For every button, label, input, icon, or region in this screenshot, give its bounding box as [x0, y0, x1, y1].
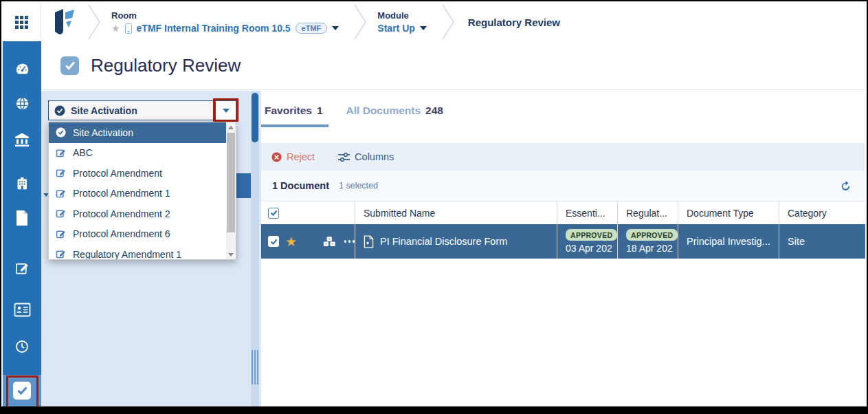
reject-button[interactable]: Reject — [271, 151, 315, 162]
document-tabs: Favorites 1 All Documents 248 — [265, 105, 443, 117]
placement-select[interactable]: Site Activation — [48, 100, 236, 120]
app-window: Room ★ eTMF Internal Training Room 10.5 … — [0, 0, 868, 414]
tab-favorites-label: Favorites — [265, 105, 312, 117]
tab-favorites[interactable]: Favorites 1 — [265, 105, 323, 117]
room-type-badge: eTMF — [296, 23, 328, 34]
more-options-button[interactable] — [344, 240, 355, 243]
facility-icon — [14, 175, 30, 191]
left-nav-sidebar — [3, 41, 41, 411]
option-label: Protocol Amendment — [73, 168, 162, 179]
edit-icon — [56, 148, 66, 158]
column-header[interactable]: Submitted Name — [355, 201, 557, 224]
breadcrumb-current-page: Regulatory Review — [456, 3, 572, 41]
id-card-icon — [14, 303, 31, 317]
module-name-link[interactable]: Start Up — [377, 23, 414, 34]
edit-icon — [56, 208, 66, 219]
check-circle-icon — [54, 105, 65, 116]
status-badge: APPROVED — [566, 229, 617, 241]
apps-grid-icon — [15, 16, 28, 29]
edit-icon — [56, 168, 66, 178]
submitted-name-cell[interactable]: PI Financial Disclosure Form — [355, 224, 557, 259]
room-label: Room — [111, 10, 339, 21]
dropdown-scrollbar[interactable] — [226, 122, 236, 259]
sidebar-item-global[interactable] — [3, 91, 41, 115]
breadcrumb-room: Room ★ eTMF Internal Training Room 10.5 … — [102, 3, 348, 41]
dropdown-option[interactable]: ABC — [49, 143, 236, 164]
option-label: Protocol Amendment 1 — [73, 188, 170, 199]
selected-count: 1 selected — [339, 181, 378, 190]
brand-logo[interactable] — [41, 3, 87, 41]
window-border — [1, 406, 867, 413]
sidebar-item-dashboard[interactable] — [3, 57, 41, 80]
institution-icon — [14, 132, 30, 147]
sidebar-item-facility[interactable] — [3, 171, 41, 195]
dropdown-option[interactable]: Protocol Amendment 2 — [49, 204, 236, 224]
column-header[interactable]: Essenti... — [557, 201, 617, 224]
scroll-up-icon[interactable] — [226, 122, 236, 132]
columns-button[interactable]: Columns — [338, 151, 394, 162]
app-launcher-button[interactable] — [3, 3, 41, 41]
favorite-star-icon[interactable]: ★ — [111, 23, 120, 33]
placement-dropdown-list: Site Activation ABC Protocol Amendment — [48, 122, 236, 260]
edit-icon — [14, 261, 30, 276]
room-dropdown-caret-icon[interactable] — [332, 26, 339, 30]
select-all-checkbox[interactable] — [268, 208, 279, 219]
document-icon — [15, 210, 29, 226]
column-header[interactable]: Document Type — [678, 201, 779, 224]
table-header-row: Submitted Name Essenti... Regulat... Doc… — [261, 201, 865, 224]
sidebar-item-institution[interactable] — [3, 128, 41, 151]
documents-count: 1 Document — [272, 180, 329, 191]
tab-all-documents[interactable]: All Documents 248 — [346, 105, 443, 117]
sidebar-item-documents[interactable] — [3, 206, 41, 230]
dropdown-option[interactable]: Site Activation — [49, 122, 236, 143]
globe-icon — [14, 96, 30, 111]
breadcrumb-separator — [353, 3, 368, 41]
sidebar-item-edit[interactable] — [3, 257, 41, 280]
option-label: Protocol Amendment 6 — [73, 228, 170, 239]
page-header: Regulatory Review — [41, 41, 865, 90]
header-select-cell — [261, 201, 355, 224]
refresh-button[interactable] — [840, 180, 852, 192]
tab-all-documents-count: 248 — [425, 105, 443, 117]
option-label: Site Activation — [73, 127, 133, 138]
row-controls-cell: ★ — [261, 224, 355, 259]
tab-all-documents-label: All Documents — [346, 105, 421, 117]
status-date: 03 Apr 202 — [566, 243, 612, 254]
row-checkbox[interactable] — [268, 236, 279, 247]
status-date: 18 Apr 202 — [626, 243, 673, 254]
placements-cubes-icon[interactable] — [323, 235, 335, 248]
sidebar-item-contacts[interactable] — [3, 298, 41, 321]
annotation-box-select-caret — [213, 98, 238, 122]
breadcrumb-separator — [87, 3, 102, 41]
favorite-star-icon[interactable]: ★ — [285, 235, 297, 248]
panel-scrollbar-thumb[interactable] — [252, 93, 258, 142]
breadcrumb-module: Module Start Up — [368, 3, 436, 41]
sidebar-item-history[interactable] — [3, 335, 41, 358]
room-binder-icon — [125, 23, 132, 34]
documents-main: Favorites 1 All Documents 248 Reject — [261, 91, 865, 411]
dashboard-icon — [14, 61, 30, 77]
dropdown-option[interactable]: Protocol Amendment 1 — [49, 184, 236, 204]
table-row[interactable]: ★ P — [261, 224, 865, 259]
status-badge: APPROVED — [626, 229, 678, 241]
edit-icon — [56, 249, 66, 259]
dropdown-option[interactable]: Regulatory Amendment 1 — [49, 244, 236, 260]
column-header[interactable]: Regulat... — [617, 201, 678, 224]
page-title: Regulatory Review — [91, 55, 241, 76]
module-dropdown-caret-icon[interactable] — [420, 26, 427, 30]
tab-favorites-count: 1 — [317, 105, 323, 117]
panel-resize-grip[interactable] — [252, 350, 258, 384]
dropdown-option[interactable]: Protocol Amendment 6 — [49, 224, 236, 245]
placements-panel: Site Activation Site Activation ABC — [41, 91, 261, 409]
column-header[interactable]: Category — [779, 201, 865, 224]
essential-status-cell: APPROVED 03 Apr 202 — [557, 224, 617, 259]
dropdown-option[interactable]: Protocol Amendment — [49, 163, 236, 184]
scroll-thumb[interactable] — [227, 133, 235, 232]
placement-select-value: Site Activation — [71, 105, 137, 116]
top-bar: Room ★ eTMF Internal Training Room 10.5 … — [3, 3, 865, 41]
scroll-down-icon[interactable] — [226, 250, 236, 259]
document-name: PI Financial Disclosure Form — [380, 236, 507, 247]
room-name-link[interactable]: eTMF Internal Training Room 10.5 — [137, 23, 291, 34]
documents-table: Submitted Name Essenti... Regulat... Doc… — [261, 201, 865, 259]
tree-selected-item-partial — [236, 173, 251, 198]
